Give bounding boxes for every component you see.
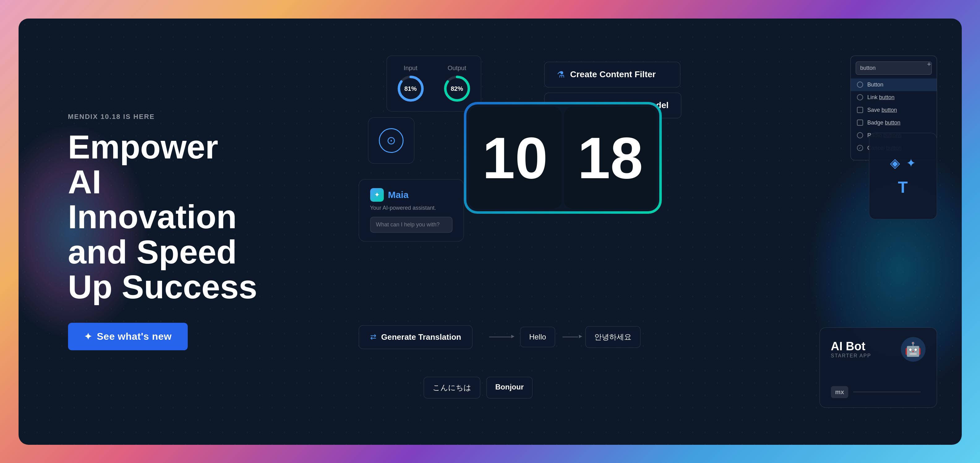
radio-icon: [857, 132, 863, 138]
save-button-label: Save button: [867, 107, 897, 113]
see-whats-new-button[interactable]: ✦ See what's new: [68, 323, 188, 350]
dropdown-item-save-button[interactable]: Save button: [851, 104, 937, 116]
compass-icon: ⊙: [379, 128, 404, 153]
aibot-line: [853, 392, 920, 392]
korean-tag: 안녕하세요: [585, 326, 640, 348]
cancel-icon: ✓: [857, 145, 863, 151]
maia-description: Your AI-powered assistant.: [370, 205, 452, 211]
maia-header: ✦ Maia: [370, 188, 452, 202]
compass-card: ⊙: [368, 117, 414, 164]
aibot-mx-label: mx: [831, 386, 849, 398]
version-label: MENDIX 10.18 IS HERE: [68, 113, 260, 121]
version-number-inner: 10 18: [466, 105, 659, 211]
save-icon: [857, 107, 863, 113]
right-panel-icons: ◈ ✦ T: [869, 133, 937, 219]
button-label: Button: [867, 82, 883, 88]
badge-button-label: Badge button: [867, 119, 900, 126]
aibot-subtitle: STARTER APP: [831, 353, 872, 358]
version-number-display: 10 18: [464, 102, 662, 214]
link-button-label: Link button: [867, 94, 895, 101]
create-content-filter-button[interactable]: ⚗ Create Content Filter: [544, 62, 680, 87]
input-label: Input: [404, 65, 417, 72]
panel-bottom-row: T: [898, 178, 908, 197]
aibot-header: AI Bot STARTER APP 🤖: [831, 337, 926, 362]
input-percent: 81%: [404, 85, 417, 92]
input-item: Input 81%: [397, 65, 425, 103]
version-number-18: 18: [564, 107, 657, 209]
dropdown-item-link-button[interactable]: Link button: [851, 91, 937, 104]
japanese-tag: こんにちは: [424, 377, 480, 398]
aibot-robot-icon: 🤖: [901, 337, 926, 362]
aibot-card: AI Bot STARTER APP 🤖 mx: [819, 327, 937, 408]
arrow-line: [489, 337, 511, 337]
content-filter-icon: ⚗: [557, 70, 565, 80]
output-percent: 82%: [450, 85, 463, 92]
cube-icon: ◈: [890, 155, 900, 171]
maia-icon: ✦: [370, 188, 384, 202]
dropdown-plus-button[interactable]: +: [927, 60, 931, 68]
translation-icon: ⇄: [370, 333, 376, 341]
aibot-footer: mx: [831, 386, 926, 398]
link-icon: [857, 94, 863, 100]
dropdown-item-button[interactable]: Button: [851, 78, 937, 91]
output-label: Output: [447, 65, 466, 72]
left-section: MENDIX 10.18 IS HERE Empower AI Innovati…: [68, 113, 260, 350]
sparkle-icon: ✦: [84, 331, 92, 342]
content-filter-label: Create Content Filter: [570, 70, 656, 79]
aibot-title: AI Bot: [831, 340, 872, 353]
main-card: MENDIX 10.18 IS HERE Empower AI Innovati…: [19, 19, 962, 445]
output-progress: 82%: [443, 75, 471, 103]
translation-label: Generate Translation: [381, 332, 461, 342]
output-item: Output 82%: [443, 65, 471, 103]
version-number-10: 10: [469, 107, 562, 209]
cta-label: See what's new: [97, 331, 172, 342]
dropdown-search-input[interactable]: [856, 62, 932, 75]
magic-star-icon: ✦: [906, 156, 916, 170]
button-icon: [857, 82, 863, 88]
panel-top-row: ◈ ✦: [890, 155, 916, 171]
maia-name: Maia: [388, 190, 409, 200]
right-section: Input 81% Output 82%: [356, 46, 937, 417]
badge-icon: [857, 119, 863, 126]
version-number-outer: 10 18: [464, 102, 662, 214]
input-progress: 81%: [397, 75, 425, 103]
dropdown-item-badge-button[interactable]: Badge button: [851, 116, 937, 129]
hero-title: Empower AI Innovation and Speed Up Succe…: [68, 129, 260, 304]
hello-tag: Hello: [520, 327, 555, 347]
maia-card: ✦ Maia Your AI-powered assistant. What c…: [359, 179, 464, 241]
french-tag: Bonjour: [487, 377, 533, 398]
generate-translation-button[interactable]: ⇄ Generate Translation: [359, 325, 473, 349]
text-t-icon: T: [898, 178, 908, 197]
aibot-title-block: AI Bot STARTER APP: [831, 340, 872, 358]
bottom-translation-tags: こんにちは Bonjour: [424, 377, 533, 398]
maia-input-placeholder[interactable]: What can I help you with?: [370, 217, 452, 233]
